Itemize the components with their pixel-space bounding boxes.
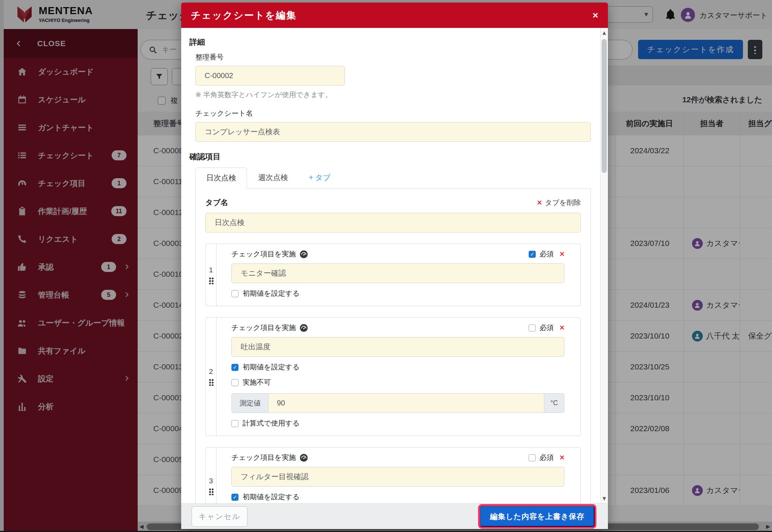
initial-value-checkbox[interactable]: ✓ bbox=[231, 364, 238, 371]
required-checkbox[interactable]: ✓ bbox=[529, 251, 536, 258]
modal-title: チェックシートを編集 bbox=[191, 9, 297, 22]
delete-icon: × bbox=[537, 199, 542, 207]
check-item-input[interactable]: モニター確認 bbox=[231, 263, 564, 283]
edit-checksheet-modal: チェックシートを編集 × 詳細 整理番号 C-00002 ※ 半角英数字とハイフ… bbox=[181, 3, 608, 529]
tab-daily[interactable]: 日次点検 bbox=[195, 167, 247, 189]
close-icon[interactable]: × bbox=[593, 10, 598, 20]
modal-footer: キャンセル 編集した内容を上書き保存 bbox=[181, 503, 608, 529]
drag-handle-icon[interactable] bbox=[209, 488, 214, 495]
delete-item-icon[interactable]: × bbox=[560, 454, 564, 462]
gauge-icon bbox=[299, 250, 308, 259]
use-in-formula-checkbox[interactable] bbox=[231, 420, 238, 427]
detail-section-heading: 詳細 bbox=[189, 37, 591, 47]
modal-scrollbar[interactable]: ▲ ▼ bbox=[600, 28, 608, 503]
name-label: チェックシート名 bbox=[195, 109, 591, 118]
id-note: ※ 半角英数字とハイフンが使用できます。 bbox=[195, 90, 591, 100]
tab-name-label: タブ名 bbox=[205, 198, 228, 208]
initial-value-checkbox[interactable] bbox=[231, 290, 238, 297]
add-tab-link[interactable]: + タブ bbox=[299, 167, 340, 188]
check-item-input[interactable]: 吐出温度 bbox=[231, 337, 564, 357]
check-item-input[interactable]: フィルター目視確認 bbox=[231, 467, 564, 487]
modal-body: 詳細 整理番号 C-00002 ※ 半角英数字とハイフンが使用できます。 チェッ… bbox=[181, 28, 608, 503]
check-item-card: 3 チェック項目を実施 必須 × フィルター目視確認 bbox=[205, 447, 581, 503]
check-item-card: 1 チェック項目を実施 ✓ 必須 × モニター確認 bbox=[205, 244, 581, 306]
check-item-card: 2 チェック項目を実施 必須 × 吐出温度 bbox=[205, 317, 581, 436]
item-number: 3 bbox=[209, 477, 213, 485]
modal-tabs: 日次点検 週次点検 + タブ bbox=[195, 167, 591, 188]
required-checkbox[interactable] bbox=[529, 324, 536, 331]
save-button[interactable]: 編集した内容を上書き保存 bbox=[480, 506, 595, 527]
items-section-heading: 確認項目 bbox=[189, 151, 591, 162]
item-type-label: チェック項目を実施 bbox=[231, 323, 296, 333]
gauge-icon bbox=[299, 454, 308, 462]
item-type-label: チェック項目を実施 bbox=[231, 249, 296, 259]
tab-panel: タブ名 × タブを削除 日次点検 1 チェック項目を実施 bbox=[195, 188, 591, 503]
tab-name-input[interactable]: 日次点検 bbox=[205, 213, 581, 233]
drag-handle-icon[interactable] bbox=[209, 277, 214, 284]
delete-item-icon[interactable]: × bbox=[560, 250, 564, 258]
required-checkbox[interactable] bbox=[529, 454, 536, 461]
modal-header: チェックシートを編集 × bbox=[181, 3, 608, 28]
drag-handle-icon[interactable] bbox=[209, 379, 214, 386]
tab-weekly[interactable]: 週次点検 bbox=[247, 167, 299, 188]
measure-unit: °C bbox=[544, 393, 564, 413]
item-type-label: チェック項目を実施 bbox=[231, 453, 296, 462]
name-input[interactable]: コンプレッサー点検表 bbox=[195, 122, 591, 142]
scroll-up-icon[interactable]: ▲ bbox=[600, 30, 608, 35]
app-screen: MENTENA YACHIYO Engineering チェックシート ▼ カス… bbox=[0, 0, 772, 532]
not-executable-checkbox[interactable] bbox=[231, 379, 238, 386]
scroll-down-icon[interactable]: ▼ bbox=[600, 496, 608, 501]
measure-input[interactable]: 90 bbox=[269, 393, 544, 413]
scrollbar-thumb[interactable] bbox=[602, 39, 607, 173]
measure-label: 測定値 bbox=[231, 393, 269, 413]
cancel-button[interactable]: キャンセル bbox=[192, 506, 247, 527]
gauge-icon bbox=[299, 324, 308, 332]
id-label: 整理番号 bbox=[195, 52, 591, 62]
delete-tab-link[interactable]: × タブを削除 bbox=[537, 198, 581, 208]
item-number: 1 bbox=[209, 266, 213, 274]
id-input[interactable]: C-00002 bbox=[195, 66, 345, 86]
measure-value-group: 測定値 90 °C bbox=[231, 393, 564, 413]
item-number: 2 bbox=[209, 368, 213, 376]
initial-value-checkbox[interactable]: ✓ bbox=[231, 494, 238, 501]
delete-item-icon[interactable]: × bbox=[560, 324, 564, 332]
